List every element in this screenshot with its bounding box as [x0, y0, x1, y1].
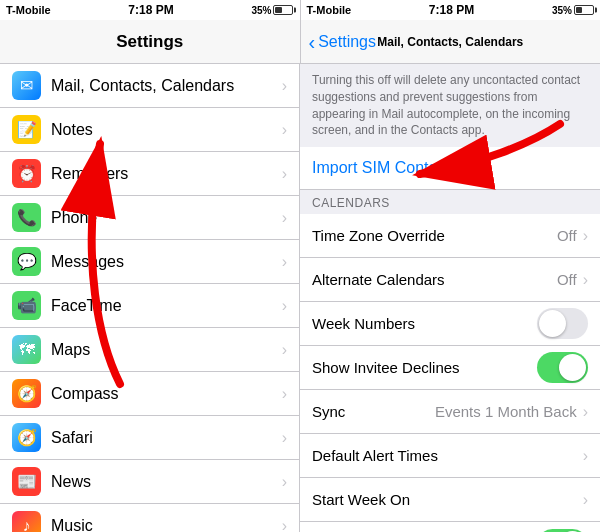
- right-item-timezone[interactable]: Time Zone OverrideOff›: [300, 214, 600, 258]
- alt-calendars-value: Off: [557, 271, 577, 288]
- notes-chevron: ›: [282, 121, 287, 139]
- mail-contacts-chevron: ›: [282, 77, 287, 95]
- mail-contacts-icon: ✉: [12, 71, 41, 100]
- settings-item-mail-contacts[interactable]: ✉Mail, Contacts, Calendars›: [0, 64, 299, 108]
- settings-item-messages[interactable]: 💬Messages›: [0, 240, 299, 284]
- settings-item-music[interactable]: ♪Music›: [0, 504, 299, 532]
- settings-item-maps[interactable]: 🗺Maps›: [0, 328, 299, 372]
- right-status-bar: T-Mobile 7:18 PM 35%: [300, 0, 601, 20]
- phone-label: Phone: [51, 209, 282, 227]
- right-carrier: T-Mobile: [307, 4, 352, 16]
- invitee-declines-label: Show Invitee Declines: [312, 359, 537, 376]
- compass-icon: 🧭: [12, 379, 41, 408]
- right-panel-wrapper: Turning this off will delete any unconta…: [300, 64, 600, 532]
- mail-contacts-label: Mail, Contacts, Calendars: [51, 77, 282, 95]
- reminders-chevron: ›: [282, 165, 287, 183]
- settings-item-reminders[interactable]: ⏰Reminders›: [0, 152, 299, 196]
- right-status-icons: 35%: [552, 5, 594, 16]
- timezone-label: Time Zone Override: [312, 227, 557, 244]
- messages-chevron: ›: [282, 253, 287, 271]
- music-icon: ♪: [12, 511, 41, 532]
- week-numbers-toggle-thumb: [539, 310, 566, 337]
- nav-bars: Settings ‹ Settings Mail, Contacts, Cale…: [0, 20, 600, 64]
- back-label: Settings: [318, 33, 376, 51]
- right-item-start-week[interactable]: Start Week On›: [300, 478, 600, 522]
- left-nav-bar: Settings: [0, 20, 300, 64]
- alt-calendars-chevron: ›: [583, 271, 588, 289]
- settings-item-news[interactable]: 📰News›: [0, 460, 299, 504]
- notes-icon: 📝: [12, 115, 41, 144]
- right-nav-title: Mail, Contacts, Calendars: [377, 35, 523, 49]
- start-week-chevron: ›: [583, 491, 588, 509]
- maps-icon: 🗺: [12, 335, 41, 364]
- maps-chevron: ›: [282, 341, 287, 359]
- invitee-declines-toggle[interactable]: [537, 352, 588, 383]
- right-item-alt-calendars[interactable]: Alternate CalendarsOff›: [300, 258, 600, 302]
- reminders-label: Reminders: [51, 165, 282, 183]
- facetime-chevron: ›: [282, 297, 287, 315]
- safari-chevron: ›: [282, 429, 287, 447]
- notes-label: Notes: [51, 121, 282, 139]
- settings-list: ✉Mail, Contacts, Calendars›📝Notes›⏰Remin…: [0, 64, 300, 532]
- top-description: Turning this off will delete any unconta…: [300, 64, 600, 147]
- settings-item-safari[interactable]: 🧭Safari›: [0, 416, 299, 460]
- right-battery-icon: [574, 5, 594, 15]
- compass-chevron: ›: [282, 385, 287, 403]
- facetime-label: FaceTime: [51, 297, 282, 315]
- status-bars: T-Mobile 7:18 PM 35% T-Mobile 7:18 PM 35…: [0, 0, 600, 20]
- right-nav-bar: ‹ Settings Mail, Contacts, Calendars: [300, 20, 601, 64]
- left-battery-icon: [273, 5, 293, 15]
- timezone-value: Off: [557, 227, 577, 244]
- settings-item-compass[interactable]: 🧭Compass›: [0, 372, 299, 416]
- phone-icon: 📞: [12, 203, 41, 232]
- default-alert-label: Default Alert Times: [312, 447, 583, 464]
- left-time: 7:18 PM: [128, 3, 173, 17]
- safari-icon: 🧭: [12, 423, 41, 452]
- settings-item-notes[interactable]: 📝Notes›: [0, 108, 299, 152]
- sync-value: Events 1 Month Back: [435, 403, 577, 420]
- right-item-week-numbers[interactable]: Week Numbers: [300, 302, 600, 346]
- week-numbers-toggle[interactable]: [537, 308, 588, 339]
- right-panel: Turning this off will delete any unconta…: [300, 64, 600, 532]
- compass-label: Compass: [51, 385, 282, 403]
- music-chevron: ›: [282, 517, 287, 533]
- maps-label: Maps: [51, 341, 282, 359]
- calendars-section-header: CALENDARS: [300, 190, 600, 214]
- left-nav-title: Settings: [116, 32, 183, 52]
- facetime-icon: 📹: [12, 291, 41, 320]
- timezone-chevron: ›: [583, 227, 588, 245]
- reminders-icon: ⏰: [12, 159, 41, 188]
- right-item-default-alert[interactable]: Default Alert Times›: [300, 434, 600, 478]
- right-item-events-found[interactable]: Events Found in Mail: [300, 522, 600, 532]
- settings-item-facetime[interactable]: 📹FaceTime›: [0, 284, 299, 328]
- import-sim-contacts-link[interactable]: Import SIM Contacts: [300, 147, 600, 190]
- alt-calendars-label: Alternate Calendars: [312, 271, 557, 288]
- left-panel-wrapper: ✉Mail, Contacts, Calendars›📝Notes›⏰Remin…: [0, 64, 300, 532]
- left-status-bar: T-Mobile 7:18 PM 35%: [0, 0, 300, 20]
- left-carrier: T-Mobile: [6, 4, 51, 16]
- right-item-sync[interactable]: SyncEvents 1 Month Back›: [300, 390, 600, 434]
- settings-item-phone[interactable]: 📞Phone›: [0, 196, 299, 240]
- safari-label: Safari: [51, 429, 282, 447]
- messages-label: Messages: [51, 253, 282, 271]
- start-week-label: Start Week On: [312, 491, 583, 508]
- phone-chevron: ›: [282, 209, 287, 227]
- week-numbers-label: Week Numbers: [312, 315, 537, 332]
- news-chevron: ›: [282, 473, 287, 491]
- back-button[interactable]: ‹ Settings: [309, 32, 376, 52]
- sync-chevron: ›: [583, 403, 588, 421]
- right-item-invitee-declines[interactable]: Show Invitee Declines: [300, 346, 600, 390]
- music-label: Music: [51, 517, 282, 533]
- messages-icon: 💬: [12, 247, 41, 276]
- sync-label: Sync: [312, 403, 435, 420]
- back-arrow-icon: ‹: [309, 32, 316, 52]
- news-label: News: [51, 473, 282, 491]
- main-content: ✉Mail, Contacts, Calendars›📝Notes›⏰Remin…: [0, 64, 600, 532]
- invitee-declines-toggle-thumb: [559, 354, 586, 381]
- calendars-items-list: Time Zone OverrideOff›Alternate Calendar…: [300, 214, 600, 532]
- left-status-icons: 35%: [251, 5, 293, 16]
- news-icon: 📰: [12, 467, 41, 496]
- default-alert-chevron: ›: [583, 447, 588, 465]
- right-time: 7:18 PM: [429, 3, 474, 17]
